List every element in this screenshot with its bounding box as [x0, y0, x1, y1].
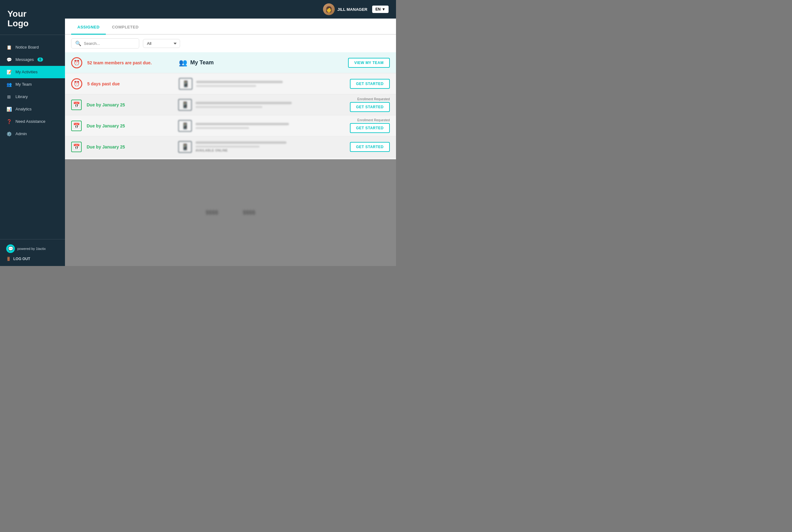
- table-row: 📅 Due by January 25 AVAILABLE ONLINE GET…: [65, 136, 396, 157]
- tab-completed[interactable]: COMPLETED: [106, 20, 145, 35]
- calendar-icon: 📅: [71, 100, 82, 110]
- calendar-icon: 📅: [71, 121, 82, 131]
- sidebar-item-notice-board[interactable]: 📋 Notice Board: [0, 41, 65, 54]
- sidebar-item-need-assistance[interactable]: ❓ Need Assistance: [0, 115, 65, 128]
- status-text: Due by January 25: [87, 124, 173, 128]
- price-placeholder-2: $$$$: [243, 209, 255, 216]
- course-title-bar: [195, 123, 289, 125]
- sidebar: Your Logo 📋 Notice Board 💬 Messages 6 📝 …: [0, 0, 65, 266]
- calendar-icon: 📅: [71, 142, 82, 152]
- sidebar-item-label: Library: [16, 94, 28, 99]
- filter-select[interactable]: All Overdue Due Soon: [143, 39, 180, 48]
- action-area: GET STARTED: [334, 142, 390, 152]
- course-icon: [179, 78, 192, 90]
- action-area: VIEW MY TEAM: [334, 58, 390, 68]
- logo-area: Your Logo: [0, 0, 65, 35]
- sidebar-item-label: Messages: [16, 57, 34, 62]
- sidebar-item-label: Admin: [16, 131, 27, 136]
- logout-label: LOG OUT: [13, 257, 30, 261]
- notice-board-icon: 📋: [6, 44, 12, 50]
- action-area: Enrollment Requested GET STARTED: [334, 97, 390, 112]
- activities-icon: 📝: [6, 69, 12, 75]
- course-subtitle-bar: [195, 106, 262, 108]
- activity-list: ⏰ 52 team members are past due. 👥 My Tea…: [65, 52, 396, 159]
- sidebar-item-label: Notice Board: [16, 45, 39, 50]
- sidebar-item-library[interactable]: ⊞ Library: [0, 91, 65, 103]
- sidebar-item-label: Analytics: [16, 107, 32, 111]
- course-info: AVAILABLE ONLINE: [195, 141, 329, 152]
- course-icon: [178, 99, 192, 111]
- get-started-button[interactable]: GET STARTED: [350, 142, 390, 152]
- status-text: Due by January 25: [87, 102, 173, 107]
- language-button[interactable]: EN ▼: [372, 5, 389, 13]
- analytics-icon: 📊: [6, 107, 12, 112]
- search-icon: 🔍: [75, 40, 81, 46]
- available-label: AVAILABLE ONLINE: [195, 149, 329, 152]
- toolbar: 🔍 All Overdue Due Soon: [65, 35, 396, 52]
- table-row: 📅 Due by January 25 Enrollment Requested…: [65, 94, 396, 115]
- course-title-bar: [196, 81, 283, 83]
- course-subtitle-bar: [195, 146, 260, 148]
- table-row: ⏰ 52 team members are past due. 👥 My Tea…: [65, 52, 396, 73]
- admin-icon: ⚙️: [6, 131, 12, 137]
- course-info: [196, 81, 329, 87]
- lang-label: EN: [375, 7, 380, 12]
- sidebar-item-analytics[interactable]: 📊 Analytics: [0, 103, 65, 115]
- team-members-icon: 👥: [179, 59, 187, 67]
- table-row: ⏰ 5 days past due GET STARTED: [65, 73, 396, 94]
- sidebar-item-admin[interactable]: ⚙️ Admin: [0, 128, 65, 140]
- course-area: [178, 99, 329, 111]
- status-text: 5 days past due: [87, 81, 174, 86]
- chevron-down-icon: ▼: [382, 7, 385, 12]
- course-icon: [178, 141, 192, 153]
- logout-icon: 🚪: [6, 257, 11, 261]
- header: 👩 JILL MANAGER EN ▼: [65, 0, 396, 19]
- course-title-bar: [195, 141, 286, 144]
- course-subtitle-bar: [195, 127, 249, 129]
- help-icon: ❓: [6, 119, 12, 124]
- course-area: [179, 78, 329, 90]
- table-row: 📅 Due by January 25 Enrollment Requested…: [65, 115, 396, 136]
- sidebar-item-label: Need Assistance: [16, 119, 45, 124]
- messages-icon: 💬: [6, 57, 12, 62]
- sidebar-item-my-team[interactable]: 👥 My Team: [0, 78, 65, 91]
- sidebar-item-label: My Team: [16, 82, 32, 87]
- status-text: Due by January 25: [87, 145, 173, 149]
- search-input[interactable]: [84, 41, 135, 46]
- library-icon: ⊞: [6, 94, 12, 100]
- get-started-button[interactable]: GET STARTED: [350, 123, 390, 133]
- search-box: 🔍: [71, 38, 139, 49]
- powered-by: 💬 powered by 1tactix: [6, 244, 59, 253]
- course-area: AVAILABLE ONLINE: [178, 141, 329, 153]
- action-area: GET STARTED: [334, 79, 390, 89]
- avatar: 👩: [323, 3, 335, 15]
- get-started-button[interactable]: GET STARTED: [350, 102, 390, 112]
- sidebar-bottom: 💬 powered by 1tactix 🚪 LOG OUT: [0, 239, 65, 266]
- powered-by-label: powered by 1tactix: [17, 247, 46, 250]
- enrollment-label: Enrollment Requested: [357, 118, 390, 122]
- powered-icon: 💬: [6, 244, 15, 253]
- sidebar-item-my-activities[interactable]: 📝 My Activities: [0, 66, 65, 78]
- tabs-bar: ASSIGNED COMPLETED: [65, 19, 396, 35]
- nav-menu: 📋 Notice Board 💬 Messages 6 📝 My Activit…: [0, 35, 65, 239]
- overdue-clock-icon: ⏰: [71, 57, 82, 68]
- main-content: 👩 JILL MANAGER EN ▼ ASSIGNED COMPLETED 🔍: [65, 0, 396, 266]
- overdue-clock-icon: ⏰: [71, 78, 82, 89]
- team-icon: 👥: [6, 82, 12, 87]
- action-area: Enrollment Requested GET STARTED: [334, 118, 390, 133]
- price-placeholder-1: $$$$: [206, 209, 218, 216]
- sidebar-item-messages[interactable]: 💬 Messages 6: [0, 54, 65, 66]
- logo: Your Logo: [7, 9, 58, 28]
- username: JILL MANAGER: [337, 7, 367, 12]
- logout-button[interactable]: 🚪 LOG OUT: [6, 257, 59, 261]
- course-info: [195, 102, 329, 108]
- enrollment-label: Enrollment Requested: [357, 97, 390, 101]
- course-icon: [178, 120, 192, 132]
- course-area: [178, 120, 329, 132]
- view-my-team-button[interactable]: VIEW MY TEAM: [348, 58, 390, 68]
- get-started-button[interactable]: GET STARTED: [350, 79, 390, 89]
- course-subtitle-bar: [196, 85, 256, 87]
- messages-badge: 6: [37, 58, 43, 61]
- status-text: 52 team members are past due.: [87, 60, 174, 65]
- tab-assigned[interactable]: ASSIGNED: [71, 20, 106, 35]
